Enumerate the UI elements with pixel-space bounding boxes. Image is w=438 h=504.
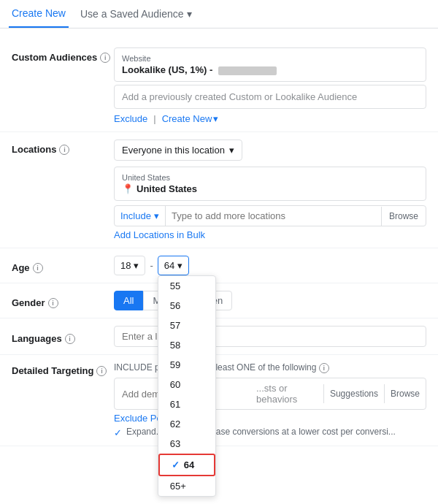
age-dropdown-menu: 55 56 57 58 59 60 61 62 63 ✓ 64 65+ [158, 275, 216, 497]
create-new-caret-icon: ▾ [213, 113, 218, 124]
audience-website-label: Website [122, 54, 418, 63]
age-option-55[interactable]: 55 [158, 276, 215, 296]
age-option-57[interactable]: 57 [158, 316, 215, 335]
detailed-targeting-info-icon[interactable]: i [96, 366, 107, 376]
custom-audiences-label: Custom Audiences i [12, 47, 114, 63]
age-max-caret-icon: ▾ [177, 260, 182, 271]
add-locations-bulk-button[interactable]: Add Locations in Bulk [114, 229, 426, 240]
age-option-56[interactable]: 56 [158, 296, 215, 316]
age-option-65plus[interactable]: 65+ [158, 476, 215, 496]
age-max-select[interactable]: 64 ▾ [158, 256, 189, 275]
gender-row: Gender i All Men Women [0, 283, 438, 318]
languages-label: Languages i [12, 329, 114, 344]
targeting-browse-button[interactable]: Browse [384, 384, 426, 403]
audience-placeholder[interactable]: Add a previously created Custom or Looka… [114, 85, 426, 109]
expand-checkmark-icon: ✓ [114, 427, 122, 438]
include-caret-icon: ▾ [154, 210, 159, 221]
targeting-one-info-icon[interactable]: i [319, 363, 329, 373]
tabs-container: Create New Use a Saved Audience ▾ [0, 0, 438, 28]
location-browse-button[interactable]: Browse [381, 207, 426, 226]
gender-info-icon[interactable]: i [48, 298, 58, 308]
tab-create-new[interactable]: Create New [9, 0, 69, 28]
location-input-row: Include ▾ Browse [114, 205, 426, 226]
gender-label: Gender i [12, 293, 114, 308]
location-country-value: 📍 United States [122, 183, 418, 194]
age-dash: - [150, 260, 153, 271]
age-option-63[interactable]: 63 [158, 434, 215, 454]
age-min-caret-icon: ▾ [134, 260, 139, 271]
detailed-targeting-label: Detailed Targeting i [12, 362, 114, 376]
age-max-container: 64 ▾ 55 56 57 58 59 60 61 62 63 [158, 256, 189, 275]
age-option-60[interactable]: 60 [158, 375, 215, 394]
age-info-icon[interactable]: i [33, 263, 43, 273]
detailed-targeting-row: Detailed Targeting i INCLUDE pe... i ...… [0, 355, 438, 446]
age-content: 18 ▾ - 64 ▾ 55 56 57 58 59 60 [114, 256, 426, 275]
targeting-or-text: ...sts or behaviors [252, 378, 323, 409]
location-search-input[interactable] [166, 206, 381, 226]
everyone-in-location-button[interactable]: Everyone in this location ▾ [114, 140, 242, 161]
locations-content: Everyone in this location ▾ United State… [114, 140, 426, 240]
audience-actions: Exclude | Create New ▾ [114, 113, 426, 124]
age-row: Age i 18 ▾ - 64 ▾ 55 56 57 [0, 248, 438, 283]
tab-use-saved[interactable]: Use a Saved Audience ▾ [80, 8, 192, 20]
locations-info-icon[interactable]: i [59, 145, 69, 155]
locations-label: Locations i [12, 140, 114, 155]
age-selectors: 18 ▾ - 64 ▾ 55 56 57 58 59 60 [114, 256, 426, 275]
use-saved-caret-icon: ▾ [187, 8, 192, 20]
custom-audiences-content: Website Lookalike (US, 1%) - Add a previ… [114, 47, 426, 124]
pin-icon: 📍 [122, 183, 134, 194]
audience-lookalike-value: Lookalike (US, 1%) - [122, 64, 418, 75]
location-country-label: United States [122, 173, 418, 182]
create-new-audience-button[interactable]: Create New ▾ [162, 113, 219, 124]
custom-audiences-row: Custom Audiences i Website Lookalike (US… [0, 40, 438, 132]
divider: | [153, 113, 155, 124]
age-option-61[interactable]: 61 [158, 394, 215, 414]
age-option-64[interactable]: ✓ 64 [158, 454, 215, 476]
locations-row: Locations i Everyone in this location ▾ … [0, 132, 438, 248]
age-option-62[interactable]: 62 [158, 414, 215, 434]
gender-all-button[interactable]: All [114, 291, 143, 310]
location-dropdown-caret-icon: ▾ [229, 145, 234, 156]
custom-audiences-info-icon[interactable]: i [100, 53, 110, 63]
main-content: Custom Audiences i Website Lookalike (US… [0, 28, 438, 458]
languages-row: Languages i [0, 318, 438, 355]
age-label: Age i [12, 258, 114, 273]
age-option-58[interactable]: 58 [158, 335, 215, 355]
languages-info-icon[interactable]: i [65, 334, 75, 344]
location-box: United States 📍 United States [114, 167, 426, 201]
age-option-59[interactable]: 59 [158, 355, 215, 375]
include-dropdown[interactable]: Include ▾ [115, 206, 166, 226]
age-min-select[interactable]: 18 ▾ [114, 256, 145, 275]
suggestions-button[interactable]: Suggestions [323, 384, 384, 403]
audience-box: Website Lookalike (US, 1%) - [114, 47, 426, 82]
exclude-button[interactable]: Exclude [114, 113, 147, 124]
age-selected-checkmark: ✓ [172, 459, 180, 470]
audience-blurred-value [218, 66, 277, 75]
